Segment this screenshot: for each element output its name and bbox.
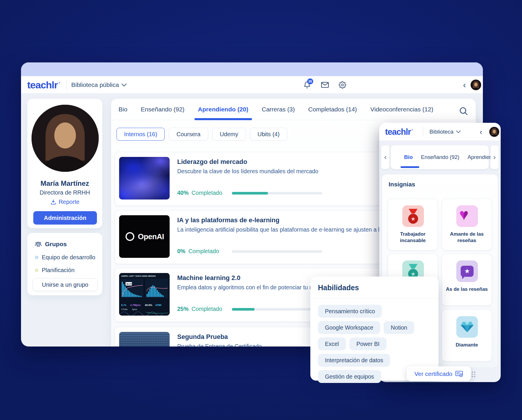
profile-photo xyxy=(32,105,99,172)
mini-tab-ensenando[interactable]: Enseñando (92) xyxy=(421,154,460,160)
mail-icon xyxy=(321,80,329,89)
badge-card[interactable]: ★ As de las reseñas xyxy=(442,254,492,306)
skill-pill[interactable]: Notion xyxy=(384,321,414,334)
join-group-button[interactable]: Unirse a un grupo xyxy=(33,278,98,291)
insignias-title: Insignias xyxy=(389,181,415,188)
course-title: IA y las plataformas de e-learning xyxy=(177,216,279,224)
profile-role: Directora de RRHH xyxy=(27,189,102,196)
tab-completados[interactable]: Completados (14) xyxy=(308,99,357,120)
desktop-background: teachlr Biblioteca pública 35 xyxy=(0,0,522,420)
window-top-strip xyxy=(21,62,483,76)
skill-pill[interactable]: Interpretación de datos xyxy=(318,354,390,367)
skills-divider xyxy=(310,298,439,299)
drag-handle-dots[interactable] xyxy=(472,372,475,377)
user-avatar[interactable] xyxy=(471,80,481,90)
mini-tab-bio[interactable]: Bio xyxy=(404,154,413,160)
mini-header: teachlr Biblioteca ‹ xyxy=(379,123,501,141)
svg-text:479K: 479K xyxy=(155,304,162,307)
course-title: Segunda Prueba xyxy=(177,333,228,341)
badge-card[interactable]: ♥♥ Amante de las reseñas xyxy=(442,199,492,251)
mini-tabs-scroll-right[interactable]: › xyxy=(490,145,499,169)
messages-button[interactable] xyxy=(321,76,329,94)
openai-wordmark: OpenAI xyxy=(138,232,164,241)
openai-logo-icon xyxy=(125,231,135,242)
course-subtitle: La inteligencia artificial posibilita qu… xyxy=(177,226,413,233)
source-filters: Internos (16) Coursera Udemy Ubits (4) xyxy=(116,128,287,141)
badge-card[interactable]: ★ Trabajador incansable xyxy=(388,199,438,251)
tab-videoconferencias[interactable]: Videoconferencias (12) xyxy=(370,99,434,120)
course-subtitle: Descubre la clave de los líderes mundial… xyxy=(177,168,318,175)
mini-workspace-selector[interactable]: Biblioteca xyxy=(429,123,461,141)
medal-red-icon: ★ xyxy=(402,205,424,227)
skill-pill[interactable]: Pensamiento crítico xyxy=(318,305,382,318)
course-title: Machine learning 2.0 xyxy=(177,274,240,282)
svg-text:2pvs: 2pvs xyxy=(132,308,137,311)
tab-ensenando[interactable]: Enseñando (92) xyxy=(141,99,184,120)
course-progress-label: 0%Completado xyxy=(177,248,219,255)
search-button[interactable] xyxy=(459,106,469,116)
profile-name: María Martínez xyxy=(27,179,102,188)
view-certificate-button[interactable]: Ver certificado xyxy=(407,366,471,381)
progress-bar xyxy=(232,308,322,311)
profile-card: María Martínez Directora de RRHH Reporte… xyxy=(27,99,102,228)
collapse-chevron-left[interactable]: ‹ xyxy=(463,76,466,94)
progress-bar xyxy=(232,250,322,253)
mini-header-divider xyxy=(423,127,423,137)
course-thumbnail-analytics-dashboard: USERS: LAST 7 DAYS USING MEDIAN xyxy=(119,273,170,316)
certificate-icon xyxy=(455,370,463,377)
teachlr-logo-mini[interactable]: teachlr xyxy=(385,123,413,141)
course-progress-label: 40%Completado xyxy=(177,190,222,196)
group-bullet xyxy=(35,269,38,272)
groups-title: Grupos xyxy=(34,241,67,248)
star-bubble-purple-icon: ★ xyxy=(456,260,478,282)
skills-panel: Habilidades Pensamiento crítico Google W… xyxy=(310,276,439,381)
skill-pill[interactable]: Excel xyxy=(318,337,346,350)
settings-button[interactable] xyxy=(338,76,347,94)
skill-pill[interactable]: Gestión de equipos xyxy=(318,370,381,383)
header-divider xyxy=(67,80,67,90)
mini-user-avatar[interactable] xyxy=(489,127,499,137)
badge-label: Trabajador incansable xyxy=(390,231,435,244)
administration-button[interactable]: Administración xyxy=(33,211,97,225)
skills-title: Habilidades xyxy=(318,284,359,292)
mini-collapse-chevron-left[interactable]: ‹ xyxy=(480,123,482,141)
course-subtitle: Prueba de Entrega de Certificado xyxy=(177,343,262,346)
group-item[interactable]: Planificación xyxy=(35,267,74,274)
svg-text:0.7s: 0.7s xyxy=(121,304,126,307)
chevron-down-icon xyxy=(456,130,461,133)
workspace-selector[interactable]: Biblioteca pública xyxy=(71,76,127,94)
notification-count-badge: 35 xyxy=(307,78,313,84)
group-item[interactable]: Equipo de desarrollo xyxy=(35,254,95,261)
search-icon xyxy=(459,106,469,116)
mini-profile-tabs: Bio Enseñando (92) Aprendiendo xyxy=(391,145,489,169)
groups-icon xyxy=(34,241,42,247)
tab-bio[interactable]: Bio xyxy=(119,99,127,120)
teachlr-logo[interactable]: teachlr xyxy=(27,76,60,94)
trademark-dot xyxy=(59,82,60,83)
trademark-dot xyxy=(412,129,413,130)
course-subtitle: Emplea datos y algoritmos con el fin de … xyxy=(177,284,325,291)
badge-label: Diamante xyxy=(444,342,489,348)
report-link[interactable]: Reporte xyxy=(27,199,102,205)
mini-active-tab-underline xyxy=(401,166,419,168)
avatar-photo xyxy=(471,80,481,90)
badge-card[interactable]: Diamante xyxy=(442,309,492,361)
skill-pill[interactable]: Google Workspace xyxy=(318,321,380,334)
notifications-button[interactable]: 35 xyxy=(303,76,311,94)
filter-internos[interactable]: Internos (16) xyxy=(116,128,165,141)
filter-coursera[interactable]: Coursera xyxy=(169,128,208,141)
filter-ubits[interactable]: Ubits (4) xyxy=(250,128,287,141)
svg-text:40.6%: 40.6% xyxy=(145,304,152,307)
tab-aprendiendo[interactable]: Aprendiendo (20) xyxy=(198,99,248,120)
course-thumbnail-abstract-waves xyxy=(119,157,170,200)
download-icon xyxy=(50,199,56,205)
svg-text:2.7Mpvs: 2.7Mpvs xyxy=(130,304,141,307)
tab-carreras[interactable]: Carreras (3) xyxy=(262,99,295,120)
skill-pill[interactable]: Power BI xyxy=(349,337,387,350)
svg-text:USERS: LAST 7 DAYS USING MEDIA: USERS: LAST 7 DAYS USING MEDIAN xyxy=(121,275,156,277)
mini-tabs-scroll-left[interactable]: ‹ xyxy=(381,145,389,169)
gear-icon xyxy=(338,80,347,89)
filter-udemy[interactable]: Udemy xyxy=(212,128,246,141)
svg-text:17min: 17min xyxy=(121,308,128,311)
groups-card: Grupos Equipo de desarrollo Planificació… xyxy=(27,233,102,295)
